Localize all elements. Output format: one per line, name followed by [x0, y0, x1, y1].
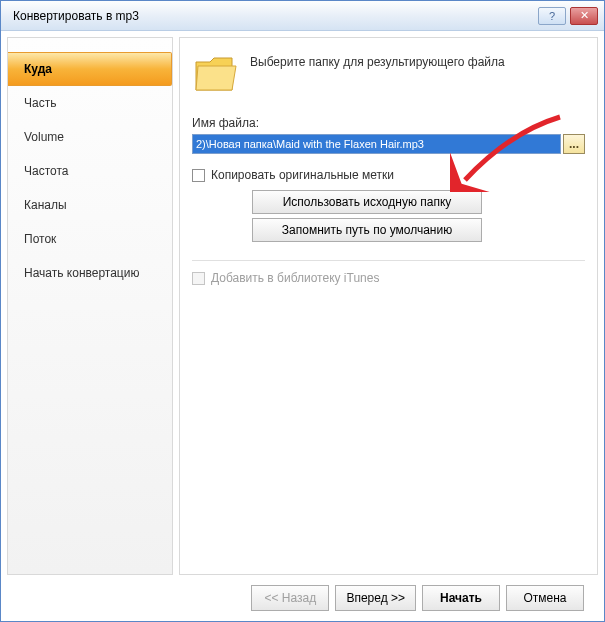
divider [192, 260, 585, 261]
sidebar-item-frequency[interactable]: Частота [8, 154, 172, 188]
browse-label: ... [569, 137, 579, 151]
sidebar: Куда Часть Volume Частота Каналы Поток Н… [7, 37, 173, 575]
copy-tags-checkbox[interactable] [192, 169, 205, 182]
sidebar-item-part[interactable]: Часть [8, 86, 172, 120]
add-itunes-row: Добавить в библиотеку iTunes [192, 271, 585, 285]
dialog-window: Конвертировать в mp3 ? ✕ Куда Часть Volu… [0, 0, 605, 622]
sidebar-item-channels[interactable]: Каналы [8, 188, 172, 222]
sidebar-item-label: Частота [24, 164, 68, 178]
sidebar-item-label: Volume [24, 130, 64, 144]
sidebar-item-start-conversion[interactable]: Начать конвертацию [8, 256, 172, 290]
cancel-button[interactable]: Отмена [506, 585, 584, 611]
browse-button[interactable]: ... [563, 134, 585, 154]
window-title: Конвертировать в mp3 [7, 9, 538, 23]
folder-buttons: Использовать исходную папку Запомнить пу… [252, 190, 585, 242]
sidebar-item-stream[interactable]: Поток [8, 222, 172, 256]
next-button[interactable]: Вперед >> [335, 585, 416, 611]
folder-icon [192, 52, 240, 96]
sidebar-item-destination[interactable]: Куда [8, 52, 172, 86]
close-button[interactable]: ✕ [570, 7, 598, 25]
start-button[interactable]: Начать [422, 585, 500, 611]
help-button[interactable]: ? [538, 7, 566, 25]
panel-header: Выберите папку для результирующего файла [192, 52, 585, 96]
remember-path-button[interactable]: Запомнить путь по умолчанию [252, 218, 482, 242]
sidebar-item-label: Начать конвертацию [24, 266, 139, 280]
content-area: Куда Часть Volume Частота Каналы Поток Н… [1, 31, 604, 575]
use-source-folder-button[interactable]: Использовать исходную папку [252, 190, 482, 214]
titlebar: Конвертировать в mp3 ? ✕ [1, 1, 604, 31]
filename-row: ... [192, 134, 585, 154]
sidebar-item-volume[interactable]: Volume [8, 120, 172, 154]
add-itunes-checkbox [192, 272, 205, 285]
sidebar-item-label: Часть [24, 96, 56, 110]
copy-tags-row[interactable]: Копировать оригинальные метки [192, 168, 585, 182]
sidebar-item-label: Поток [24, 232, 56, 246]
back-button[interactable]: << Назад [251, 585, 329, 611]
filename-label: Имя файла: [192, 116, 585, 130]
panel-header-text: Выберите папку для результирующего файла [250, 52, 585, 71]
sidebar-item-label: Каналы [24, 198, 67, 212]
copy-tags-label: Копировать оригинальные метки [211, 168, 394, 182]
filename-input[interactable] [192, 134, 561, 154]
sidebar-item-label: Куда [24, 62, 52, 76]
close-icon: ✕ [580, 9, 589, 22]
help-icon: ? [549, 10, 555, 22]
add-itunes-label: Добавить в библиотеку iTunes [211, 271, 379, 285]
titlebar-buttons: ? ✕ [538, 7, 598, 25]
main-panel: Выберите папку для результирующего файла… [179, 37, 598, 575]
footer: << Назад Вперед >> Начать Отмена [1, 575, 604, 621]
